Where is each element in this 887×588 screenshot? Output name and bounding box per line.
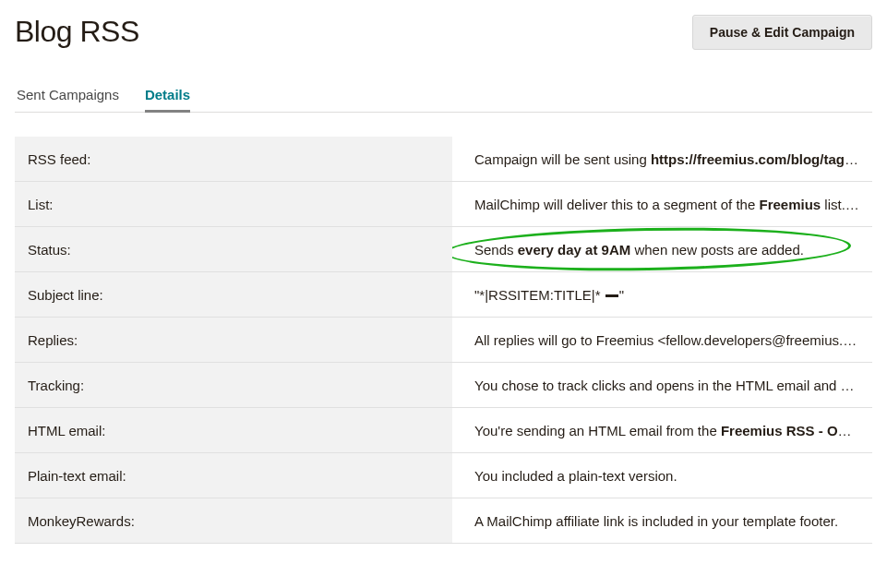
label-replies: Replies:	[15, 318, 452, 363]
row-html-email: HTML email: You're sending an HTML email…	[15, 408, 872, 453]
label-html-email: HTML email:	[15, 408, 452, 453]
row-plain-text-email: Plain-text email: You included a plain-t…	[15, 453, 872, 498]
value-monkeyrewards: A MailChimp affiliate link is included i…	[452, 498, 872, 544]
value-subject-line: "*|RSSITEM:TITLE|* "	[452, 272, 872, 318]
value-html-email: You're sending an HTML email from the Fr…	[452, 408, 872, 453]
value-plain-text-email: You included a plain-text version.	[452, 453, 872, 498]
details-table: RSS feed: Campaign will be sent using ht…	[15, 137, 872, 544]
pause-edit-button[interactable]: Pause & Edit Campaign	[692, 15, 872, 50]
tabs-bar: Sent Campaigns Details	[15, 87, 872, 113]
long-dash-icon	[605, 294, 618, 297]
value-status: Sends every day at 9AM when new posts ar…	[452, 227, 872, 272]
label-monkeyrewards: MonkeyRewards:	[15, 498, 452, 544]
row-subject-line: Subject line: "*|RSSITEM:TITLE|* "	[15, 272, 872, 318]
value-list: MailChimp will deliver this to a segment…	[452, 182, 872, 227]
row-list: List: MailChimp will deliver this to a s…	[15, 182, 872, 227]
label-rss-feed: RSS feed:	[15, 137, 452, 182]
tab-details[interactable]: Details	[145, 87, 190, 112]
row-rss-feed: RSS feed: Campaign will be sent using ht…	[15, 137, 872, 182]
value-rss-feed: Campaign will be sent using https://free…	[452, 137, 872, 182]
tab-sent-campaigns[interactable]: Sent Campaigns	[17, 87, 119, 112]
label-subject-line: Subject line:	[15, 272, 452, 318]
label-tracking: Tracking:	[15, 363, 452, 408]
row-replies: Replies: All replies will go to Freemius…	[15, 318, 872, 363]
label-status: Status:	[15, 227, 452, 272]
page-title: Blog RSS	[15, 15, 139, 49]
value-replies: All replies will go to Freemius <fellow.…	[452, 318, 872, 363]
value-tracking: You chose to track clicks and opens in t…	[452, 363, 872, 408]
label-list: List:	[15, 182, 452, 227]
row-status: Status: Sends every day at 9AM when new …	[15, 227, 872, 272]
row-monkeyrewards: MonkeyRewards: A MailChimp affiliate lin…	[15, 498, 872, 544]
label-plain-text-email: Plain-text email:	[15, 453, 452, 498]
row-tracking: Tracking: You chose to track clicks and …	[15, 363, 872, 408]
